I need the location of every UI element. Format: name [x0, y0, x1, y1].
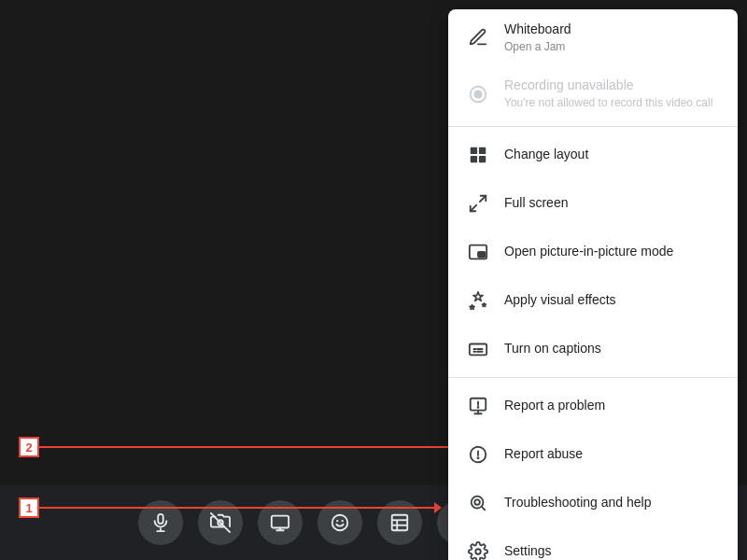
- whiteboard-title: Whiteboard: [504, 21, 571, 39]
- svg-point-16: [477, 457, 478, 458]
- menu-item-troubleshooting[interactable]: Troubleshooting and help: [448, 479, 738, 527]
- settings-title: Settings: [504, 542, 552, 560]
- whiteboard-text: Whiteboard Open a Jam: [504, 21, 571, 54]
- recording-icon: [467, 83, 489, 105]
- svg-line-6: [480, 196, 486, 202]
- menu-item-captions[interactable]: Turn on captions: [448, 325, 738, 373]
- svg-rect-9: [478, 252, 485, 258]
- divider-2: [448, 377, 738, 378]
- report-problem-icon: [467, 395, 489, 417]
- captions-title: Turn on captions: [504, 340, 601, 358]
- menu-item-change-layout[interactable]: Change layout: [448, 131, 738, 179]
- menu-item-visual-effects[interactable]: Apply visual effects: [448, 276, 738, 325]
- troubleshooting-icon: [467, 492, 489, 514]
- whiteboard-icon: [467, 26, 489, 49]
- change-layout-title: Change layout: [504, 146, 588, 164]
- svg-point-13: [478, 407, 479, 408]
- report-problem-title: Report a problem: [504, 397, 605, 415]
- whiteboard-subtitle: Open a Jam: [504, 39, 571, 55]
- svg-rect-4: [471, 156, 477, 162]
- svg-rect-5: [479, 156, 486, 162]
- visual-effects-icon: [467, 289, 489, 312]
- menu-item-report-problem[interactable]: Report a problem: [448, 382, 738, 430]
- recording-subtitle: You're not allowed to record this video …: [504, 95, 712, 111]
- annotation-line-2: [39, 446, 459, 448]
- visual-effects-title: Apply visual effects: [504, 291, 616, 310]
- change-layout-text: Change layout: [504, 146, 588, 164]
- pip-title: Open picture-in-picture mode: [504, 243, 673, 261]
- recording-title: Recording unavailable: [504, 77, 712, 95]
- menu-item-fullscreen[interactable]: Full screen: [448, 179, 738, 228]
- menu-item-settings[interactable]: Settings: [448, 527, 738, 560]
- svg-point-18: [474, 499, 479, 505]
- svg-point-1: [474, 91, 481, 97]
- menu-item-pip[interactable]: Open picture-in-picture mode: [448, 228, 738, 276]
- menu-item-recording: Recording unavailable You're not allowed…: [448, 65, 738, 121]
- change-layout-icon: [467, 144, 489, 166]
- annotation-1: 1: [19, 497, 441, 518]
- menu-item-report-abuse[interactable]: Report abuse: [448, 430, 738, 479]
- context-menu: Whiteboard Open a Jam Recording unavaila…: [448, 9, 738, 560]
- visual-effects-text: Apply visual effects: [504, 291, 616, 310]
- settings-icon: [467, 540, 489, 560]
- svg-line-7: [471, 205, 476, 211]
- pip-icon: [467, 241, 489, 263]
- settings-text: Settings: [504, 542, 552, 560]
- annotation-label-1: 1: [19, 497, 39, 518]
- svg-rect-3: [479, 147, 486, 154]
- divider-1: [448, 126, 738, 127]
- pip-text: Open picture-in-picture mode: [504, 243, 673, 261]
- troubleshooting-title: Troubleshooting and help: [504, 494, 652, 512]
- fullscreen-icon: [467, 192, 489, 215]
- menu-item-whiteboard[interactable]: Whiteboard Open a Jam: [448, 9, 738, 65]
- report-abuse-icon: [467, 443, 489, 466]
- annotation-label-2: 2: [19, 437, 39, 457]
- troubleshooting-text: Troubleshooting and help: [504, 494, 652, 512]
- fullscreen-title: Full screen: [504, 194, 568, 213]
- report-abuse-title: Report abuse: [504, 445, 583, 464]
- report-abuse-text: Report abuse: [504, 445, 583, 464]
- svg-rect-2: [471, 147, 477, 154]
- svg-point-19: [475, 549, 481, 554]
- report-problem-text: Report a problem: [504, 397, 605, 415]
- annotation-2: 2: [19, 437, 459, 457]
- captions-icon: [467, 338, 489, 360]
- recording-text: Recording unavailable You're not allowed…: [504, 77, 712, 110]
- captions-text: Turn on captions: [504, 340, 601, 358]
- svg-point-17: [472, 496, 484, 508]
- annotation-line-1: [39, 507, 441, 509]
- fullscreen-text: Full screen: [504, 194, 568, 213]
